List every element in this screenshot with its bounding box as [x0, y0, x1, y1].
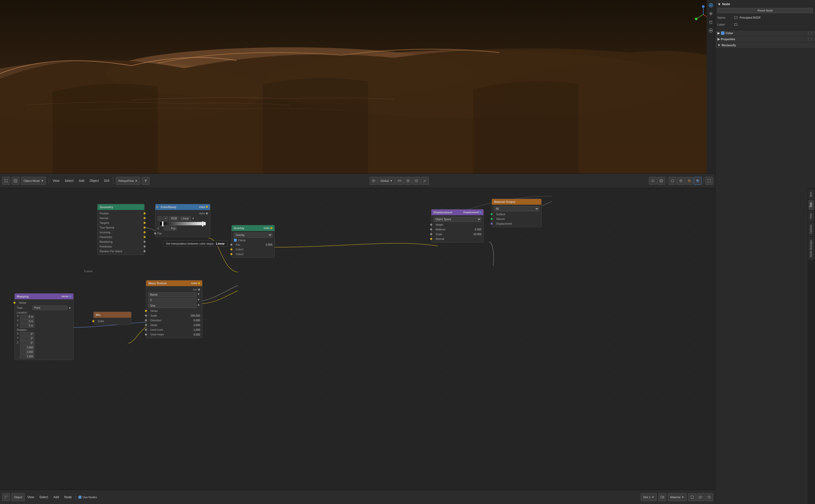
colorramp-alpha-socket[interactable]	[206, 212, 208, 214]
overlay-clamp-check[interactable]	[234, 239, 237, 242]
cr-minus-btn[interactable]: -	[157, 216, 162, 221]
mapping-loc-y[interactable]: 0 m	[20, 319, 34, 323]
matout-target-select[interactable]: All	[494, 206, 539, 211]
overlay-color2-socket[interactable]	[230, 253, 232, 255]
far-tab-view[interactable]: View	[808, 211, 814, 222]
rendered-icon[interactable]	[694, 177, 702, 185]
wave-vector-in[interactable]	[145, 310, 147, 312]
overlay-fac-socket[interactable]	[230, 244, 232, 246]
far-tab-tool[interactable]: Tool	[808, 200, 814, 210]
wave-color-out[interactable]	[198, 282, 200, 284]
mapping-rot-y[interactable]: 0°	[20, 337, 34, 341]
overlay-icon[interactable]	[649, 177, 657, 185]
disp-scale-socket[interactable]	[430, 233, 432, 235]
mapping-node[interactable]: Mapping Vector Vector Type: Point ▼ Loca…	[14, 293, 74, 360]
geo-backfacing-socket[interactable]	[143, 241, 146, 243]
graph-icon[interactable]	[421, 177, 429, 185]
cr-fac-socket[interactable]	[154, 232, 156, 234]
menu-gis[interactable]: GIS	[103, 178, 110, 183]
cr-marker-left[interactable]	[162, 221, 163, 227]
snap-icon[interactable]	[404, 177, 412, 185]
cr-plus-btn[interactable]: +	[163, 216, 168, 221]
cr-linear-btn[interactable]: Linear	[180, 216, 191, 221]
link-icon[interactable]	[396, 177, 403, 185]
geometry-node[interactable]: Geometry Position Normal Tangent True No…	[97, 204, 145, 255]
overlay-color-out-socket[interactable]	[270, 227, 272, 229]
far-tab-options[interactable]: Options	[808, 222, 814, 236]
disp-normal-socket[interactable]	[430, 238, 432, 240]
fullscreen-icon[interactable]	[705, 177, 713, 185]
geo-truenormal-socket[interactable]	[143, 227, 146, 229]
wave-distortion-socket[interactable]	[145, 319, 147, 321]
viewport-cursor-icon[interactable]	[708, 11, 714, 17]
help-icon-btn[interactable]: ?	[142, 177, 150, 185]
frame-icon-2[interactable]	[697, 493, 705, 501]
props-section-dots[interactable]: ⋮⋮	[807, 37, 813, 41]
xray-icon[interactable]	[657, 177, 665, 185]
cr-rgb-btn[interactable]: RGB	[169, 216, 179, 221]
viewport-camera-icon[interactable]	[708, 2, 714, 8]
geo-parametric-socket[interactable]	[143, 236, 146, 238]
node-editor-type-icon[interactable]	[2, 493, 10, 501]
material-preview-icon[interactable]	[685, 177, 693, 185]
retopoflow-dropdown[interactable]: RetopoFlow ▼	[116, 177, 140, 185]
render-preview-icon[interactable]	[658, 493, 666, 501]
node-object-btn[interactable]: Object	[12, 493, 25, 501]
disp-space-select[interactable]: Object Space	[434, 217, 482, 222]
cr-ramp-strip[interactable]	[160, 222, 206, 225]
menu-select[interactable]: Select	[64, 178, 74, 183]
object-mode-dropdown[interactable]: Object Mode ▼	[21, 177, 46, 185]
disp-midlevel-socket[interactable]	[430, 228, 432, 230]
origin-icon[interactable]	[369, 177, 377, 185]
mapping-scale-x[interactable]: 2.000	[20, 346, 34, 349]
displacement-out-socket[interactable]	[479, 211, 482, 213]
matout-volume-socket[interactable]	[491, 218, 493, 220]
node-menu-view[interactable]: View	[26, 495, 35, 500]
color-ramp-node[interactable]: ColorRamp Color Alpha - + RGB Linear ▼	[155, 204, 210, 237]
reclassify-section-header[interactable]: ▼ Reclassify	[715, 42, 815, 48]
matout-disp-socket[interactable]	[491, 223, 493, 225]
3d-viewport[interactable]: Z X Y	[0, 0, 715, 173]
viewport-render-icon[interactable]	[708, 27, 714, 34]
material-output-node[interactable]: Material Output All Surface Volume	[492, 199, 542, 227]
geo-pointiness-socket[interactable]	[143, 245, 146, 248]
mapping-rot-x[interactable]: 0°	[20, 332, 34, 336]
wave-dir-btn[interactable]: X	[148, 298, 197, 302]
cr-marker-right[interactable]	[202, 221, 203, 227]
menu-add[interactable]: Add	[78, 178, 85, 183]
colorramp-color-socket[interactable]	[206, 206, 208, 208]
node-menu-select[interactable]: Select	[38, 495, 49, 500]
mapping-loc-x[interactable]: 0 m	[20, 315, 34, 319]
overlay-node[interactable]: Overlay Color Overlay Clamp Fac 0	[231, 225, 275, 258]
properties-section-header[interactable]: ▶ Properties ⋮⋮	[715, 36, 815, 42]
far-tab-nodewrangler[interactable]: Node Wrangler	[808, 237, 814, 260]
colorramp-input-socket[interactable]	[156, 206, 158, 208]
mapping-vector-in[interactable]	[13, 302, 16, 304]
cr-pos-input[interactable]	[164, 227, 177, 230]
matout-surface-socket[interactable]	[491, 213, 493, 215]
node-menu-add[interactable]: Add	[52, 495, 60, 500]
wave-bands-btn[interactable]: Bands	[148, 292, 197, 297]
mapping-rot-z[interactable]: 0°	[20, 341, 34, 345]
wave-detrough-socket[interactable]	[145, 333, 147, 336]
mapping-vector-out[interactable]	[69, 295, 71, 297]
disp-height-socket[interactable]	[430, 224, 432, 226]
mapping-type-btn[interactable]: Point	[32, 306, 67, 310]
mapping-scale-y[interactable]: 2.000	[20, 350, 34, 354]
geo-incoming-socket[interactable]	[143, 231, 146, 233]
geo-tangent-socket[interactable]	[143, 222, 146, 224]
node-editor[interactable]: Frame Geometry Position Normal Tangent T…	[0, 188, 715, 504]
node-menu-node[interactable]: Node	[63, 495, 73, 500]
geo-randomperi-socket[interactable]	[143, 250, 146, 252]
wave-detail-socket[interactable]	[145, 324, 147, 326]
use-nodes-checkbox[interactable]	[78, 496, 81, 499]
overlay-color1-socket[interactable]	[230, 248, 232, 250]
overlay-mode-select[interactable]: Overlay	[234, 233, 272, 238]
solid-icon[interactable]	[677, 177, 685, 185]
frame-icon-1[interactable]	[688, 493, 696, 501]
displacement-node[interactable]: Displacement Displacement Object Space H…	[431, 209, 484, 243]
color-section-dots[interactable]: ⋮⋮	[807, 31, 813, 35]
mapping-loc-z[interactable]: 0 m	[20, 324, 34, 328]
menu-view[interactable]: View	[52, 178, 60, 183]
wave-profile-btn[interactable]: Sine	[148, 304, 197, 308]
